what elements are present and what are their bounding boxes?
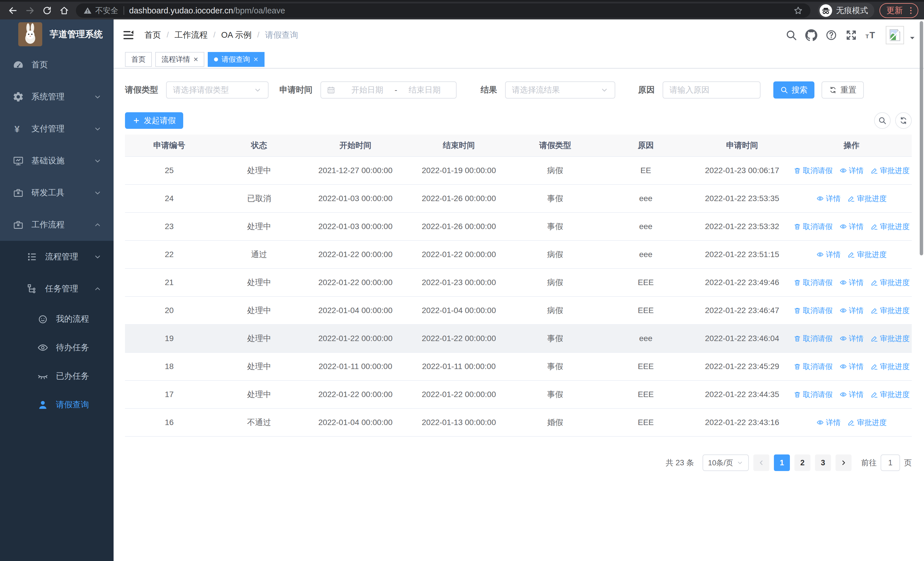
browser-refresh-button[interactable] — [40, 3, 54, 18]
action-detail[interactable]: 详情 — [840, 390, 864, 400]
goto-page-input[interactable]: 1 — [880, 454, 900, 471]
page-button-1[interactable]: 1 — [774, 454, 790, 471]
toggle-search-button[interactable] — [874, 112, 891, 129]
app-logo — [18, 22, 42, 46]
sidebar-item-my-process[interactable]: 我的流程 — [0, 305, 114, 333]
action-progress[interactable]: 审批进度 — [848, 250, 886, 260]
sidebar-item-infra[interactable]: 基础设施 — [0, 145, 114, 177]
sidebar-item-workflow[interactable]: 工作流程 — [0, 209, 114, 241]
browser-home-button[interactable] — [57, 3, 71, 18]
apply-time-range-picker[interactable]: 开始日期 - 结束日期 — [321, 81, 457, 99]
avatar[interactable] — [886, 26, 904, 44]
action-cancel-leave[interactable]: 取消请假 — [794, 278, 832, 288]
cell: 2022-01-22 00:00:00 — [406, 334, 512, 343]
cell: 2022-01-22 00:00:00 — [406, 250, 512, 259]
github-icon[interactable] — [805, 29, 817, 41]
search-icon[interactable] — [785, 29, 797, 41]
cell: EEE — [599, 306, 693, 315]
sidebar-item-leave-query[interactable]: 请假查询 — [0, 391, 114, 419]
sidebar-logo-row[interactable]: 芋道管理系统 — [0, 20, 114, 49]
cell: 2022-01-22 00:00:00 — [406, 390, 512, 399]
sidebar-item-home[interactable]: 首页 — [0, 49, 114, 81]
action-detail[interactable]: 详情 — [816, 250, 841, 260]
chevron-down-icon — [736, 459, 743, 466]
sidebar-item-task-mgmt[interactable]: 任务管理 — [0, 273, 114, 305]
action-detail[interactable]: 详情 — [840, 165, 864, 176]
action-progress[interactable]: 审批进度 — [871, 278, 910, 288]
result-select[interactable]: 请选择流结果 — [505, 81, 615, 99]
cell: 17 — [125, 390, 213, 399]
action-progress[interactable]: 审批进度 — [871, 222, 910, 232]
action-detail[interactable]: 详情 — [816, 194, 841, 204]
breadcrumb-item[interactable]: OA 示例 — [221, 29, 251, 41]
scrollbar-thumb[interactable] — [920, 21, 923, 256]
cell: 2022-01-22 23:53:35 — [693, 194, 791, 203]
browser-back-button[interactable] — [6, 3, 20, 18]
text-size-icon[interactable]: TT — [865, 29, 877, 41]
action-detail[interactable]: 详情 — [840, 362, 864, 371]
search-button[interactable]: 搜索 — [773, 81, 814, 99]
action-detail[interactable]: 详情 — [840, 305, 864, 316]
action-cancel-leave[interactable]: 取消请假 — [794, 165, 832, 176]
action-cancel-leave[interactable]: 取消请假 — [794, 222, 832, 232]
sidebar-item-done-task[interactable]: 已办任务 — [0, 362, 114, 391]
page-button-3[interactable]: 3 — [815, 454, 831, 471]
breadcrumb-item[interactable]: 首页 — [144, 29, 161, 41]
action-detail[interactable]: 详情 — [840, 222, 864, 232]
fullscreen-icon[interactable] — [845, 29, 857, 41]
browser-forward-button[interactable] — [23, 3, 37, 18]
reason-input[interactable]: 请输入原因 — [663, 81, 760, 99]
prev-page-button[interactable] — [753, 454, 770, 471]
refresh-table-button[interactable] — [895, 112, 912, 129]
action-cancel-leave[interactable]: 取消请假 — [794, 334, 832, 344]
chevron-down-icon — [600, 86, 608, 94]
action-cancel-leave[interactable]: 取消请假 — [794, 390, 832, 400]
action-detail[interactable]: 详情 — [840, 334, 864, 344]
cell: 处理中 — [213, 221, 305, 232]
tab-请假查询[interactable]: 请假查询× — [208, 52, 264, 67]
action-progress[interactable]: 审批进度 — [848, 194, 886, 204]
chevron-up-icon — [94, 285, 102, 293]
create-leave-button[interactable]: 发起请假 — [125, 112, 183, 129]
row-actions: 取消请假详情审批进度 — [791, 222, 912, 232]
row-actions: 取消请假详情审批进度 — [791, 362, 912, 371]
sidebar-collapse-button[interactable] — [122, 29, 135, 41]
site-security-info[interactable]: 不安全 — [83, 5, 118, 16]
user-menu-caret-icon[interactable] — [909, 34, 916, 42]
breadcrumb-separator: / — [257, 30, 260, 39]
bookmark-star-icon[interactable] — [793, 6, 803, 15]
security-label: 不安全 — [95, 5, 118, 16]
next-page-button[interactable] — [836, 454, 852, 471]
reset-button[interactable]: 重置 — [822, 81, 864, 99]
action-cancel-leave[interactable]: 取消请假 — [794, 362, 832, 371]
browser-update-button[interactable]: 更新 — [879, 3, 918, 18]
total-count: 共 23 条 — [666, 457, 694, 468]
breadcrumb-item[interactable]: 工作流程 — [175, 29, 208, 41]
address-bar[interactable]: 不安全 dashboard.yudao.iocoder.cn/bpm/oa/le… — [76, 3, 810, 18]
eye-closed-icon — [37, 370, 48, 382]
action-progress[interactable]: 审批进度 — [871, 165, 910, 176]
action-progress[interactable]: 审批进度 — [871, 334, 910, 344]
page-button-2[interactable]: 2 — [795, 454, 810, 471]
tab-流程详情[interactable]: 流程详情× — [155, 52, 204, 67]
sidebar-item-system[interactable]: 系统管理 — [0, 81, 114, 113]
action-detail[interactable]: 详情 — [816, 418, 841, 428]
page-size-select[interactable]: 10条/页 — [702, 454, 749, 471]
close-tab-icon[interactable]: × — [194, 56, 198, 63]
action-detail[interactable]: 详情 — [840, 278, 864, 288]
sidebar-item-devtool[interactable]: 研发工具 — [0, 177, 114, 209]
action-progress[interactable]: 审批进度 — [871, 390, 910, 400]
leave-type-select[interactable]: 请选择请假类型 — [166, 81, 268, 99]
close-tab-icon[interactable]: × — [254, 56, 258, 63]
sidebar-item-todo-task[interactable]: 待办任务 — [0, 333, 114, 362]
tab-首页[interactable]: 首页 — [125, 52, 152, 67]
action-progress[interactable]: 审批进度 — [871, 305, 910, 316]
action-progress[interactable]: 审批进度 — [848, 418, 886, 428]
action-progress[interactable]: 审批进度 — [871, 362, 910, 371]
action-cancel-leave[interactable]: 取消请假 — [794, 305, 832, 316]
sidebar-item-payment[interactable]: ¥支付管理 — [0, 113, 114, 145]
cell: 23 — [125, 222, 213, 231]
sidebar-item-process-mgmt[interactable]: 流程管理 — [0, 241, 114, 273]
browser-menu-icon[interactable] — [906, 6, 915, 15]
help-icon[interactable] — [825, 29, 837, 41]
